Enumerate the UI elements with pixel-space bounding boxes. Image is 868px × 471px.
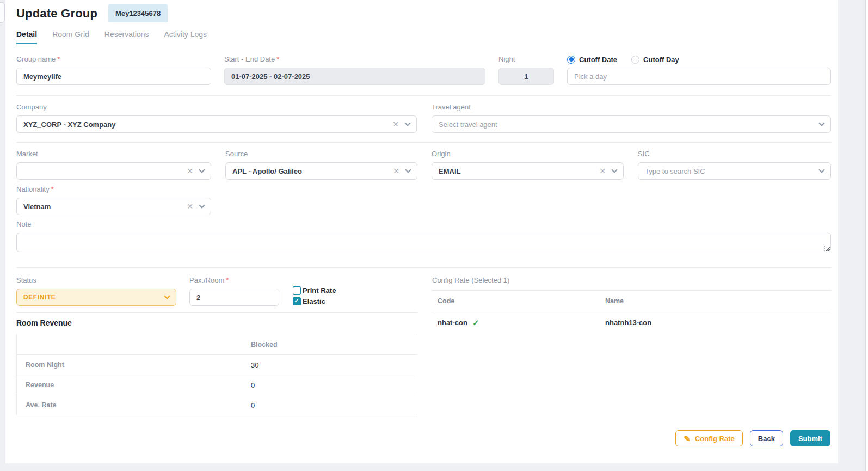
checkbox-unchecked-icon[interactable] (293, 286, 301, 295)
pax-room-label: Pax./Room* (189, 276, 279, 285)
clear-icon[interactable] (187, 167, 193, 175)
group-name-label: Group name* (16, 55, 211, 64)
sic-label: SIC (638, 150, 831, 158)
page-right-strip (866, 0, 868, 471)
tab-activity-logs[interactable]: Activity Logs (164, 30, 207, 44)
tab-bar: Detail Room Grid Reservations Activity L… (16, 30, 831, 44)
group-name-input[interactable] (16, 68, 211, 85)
pax-room-input[interactable] (189, 289, 279, 306)
sic-select[interactable]: Type to search SIC (638, 162, 831, 180)
chevron-down-icon[interactable] (818, 167, 824, 173)
cutoff-radio-group: Cutoff Date Cutoff Day (567, 55, 831, 64)
cutoff-field: Cutoff Date Cutoff Day (567, 55, 831, 85)
source-select[interactable]: APL - Apollo/ Galileo (225, 162, 417, 180)
origin-select[interactable]: EMAIL (432, 162, 624, 180)
cutoff-day-picker-input[interactable] (567, 68, 831, 85)
night-field: Night (498, 55, 554, 85)
config-rate-name-cell: nhatnh13-con (605, 319, 651, 327)
back-button[interactable]: Back (750, 430, 783, 446)
cutoff-day-option[interactable]: Cutoff Day (631, 56, 679, 64)
rate-checkbox-group: Print Rate Elastic (293, 286, 336, 306)
section-divider (16, 95, 831, 96)
row-value: 0 (251, 401, 255, 409)
market-field: Market (16, 150, 211, 180)
table-row: Room Night 30 (17, 354, 417, 375)
clear-icon[interactable] (393, 167, 399, 175)
source-field: Source APL - Apollo/ Galileo (225, 150, 417, 180)
nationality-field: Nationality* Vietnam (16, 185, 211, 215)
radio-unselected-icon[interactable] (631, 56, 639, 64)
company-label: Company (16, 103, 417, 112)
travel-agent-field: Travel agent Select travel agent (432, 103, 831, 133)
update-group-panel: Update Group Mey12345678 Detail Room Gri… (5, 0, 838, 463)
form-row-3: Market Source APL - Apollo/ Galileo Orig… (16, 150, 831, 180)
chevron-down-icon[interactable] (404, 120, 410, 126)
form-row-4: Nationality* Vietnam (16, 185, 831, 215)
pen-icon (684, 435, 691, 443)
group-code-badge: Mey12345678 (108, 4, 168, 22)
source-value: APL - Apollo/ Galileo (232, 167, 386, 175)
date-range-input (224, 68, 485, 85)
required-asterisk: * (57, 55, 60, 63)
code-column-header: Code (438, 297, 605, 305)
elastic-option[interactable]: Elastic (293, 297, 336, 305)
required-asterisk: * (276, 55, 279, 63)
company-field: Company XYZ_CORP - XYZ Company (16, 103, 417, 133)
row-label: Revenue (17, 381, 251, 389)
clear-icon[interactable] (599, 167, 606, 175)
config-rate-row[interactable]: nhat-con nhatnh13-con (432, 311, 831, 334)
chevron-down-icon[interactable] (405, 167, 411, 173)
footer-actions: Config Rate Back Submit (675, 430, 830, 446)
config-rate-title: Config Rate (Selected 1) (432, 276, 831, 285)
radio-selected-icon[interactable] (567, 56, 575, 64)
print-rate-option[interactable]: Print Rate (293, 286, 336, 295)
night-input (498, 68, 554, 85)
chevron-down-icon[interactable] (611, 167, 617, 173)
status-select[interactable]: DEFINITE (16, 289, 176, 306)
cutoff-date-option[interactable]: Cutoff Date (567, 56, 617, 64)
note-field: Note (16, 220, 831, 254)
elastic-label: Elastic (303, 297, 325, 305)
chevron-down-icon[interactable] (164, 293, 170, 299)
travel-agent-label: Travel agent (432, 103, 831, 112)
checkbox-checked-icon[interactable] (293, 297, 301, 305)
origin-field: Origin EMAIL (432, 150, 624, 180)
source-label: Source (225, 150, 417, 158)
company-select[interactable]: XYZ_CORP - XYZ Company (16, 115, 417, 133)
name-column-header: Name (605, 297, 624, 305)
tab-reservations[interactable]: Reservations (104, 30, 149, 44)
market-select[interactable] (16, 162, 211, 180)
night-label: Night (498, 55, 554, 64)
config-rate-button[interactable]: Config Rate (675, 430, 743, 446)
company-value: XYZ_CORP - XYZ Company (23, 120, 386, 129)
date-range-label: Start - End Date* (224, 55, 485, 64)
config-rate-code-cell: nhat-con (438, 319, 605, 327)
group-name-field: Group name* (16, 55, 211, 85)
table-row: Ave. Rate 0 (17, 395, 417, 415)
chevron-down-icon[interactable] (199, 202, 205, 208)
config-rate-section: Config Rate (Selected 1) Code Name nhat-… (432, 276, 831, 415)
note-label: Note (16, 220, 831, 229)
status-row: Status DEFINITE Pax./Room* (16, 276, 417, 306)
required-asterisk: * (51, 185, 54, 193)
chevron-down-icon[interactable] (199, 167, 205, 173)
nationality-value: Vietnam (23, 203, 180, 211)
clear-icon[interactable] (392, 120, 399, 128)
pax-room-field: Pax./Room* (189, 276, 279, 306)
tab-room-grid[interactable]: Room Grid (52, 30, 89, 44)
section-divider (16, 142, 831, 143)
status-label: Status (16, 276, 176, 285)
row-value: 30 (251, 361, 258, 369)
note-textarea[interactable] (16, 233, 831, 252)
nationality-label: Nationality* (16, 185, 211, 194)
chevron-down-icon[interactable] (818, 120, 824, 126)
section-divider (16, 312, 417, 313)
form-row-2: Company XYZ_CORP - XYZ Company Travel ag… (16, 103, 831, 133)
submit-button[interactable]: Submit (790, 430, 830, 446)
clear-icon[interactable] (187, 203, 193, 210)
travel-agent-select[interactable]: Select travel agent (432, 115, 831, 133)
nationality-select[interactable]: Vietnam (16, 198, 211, 215)
row-label: Room Night (17, 361, 251, 369)
tab-detail[interactable]: Detail (16, 30, 37, 44)
page-title: Update Group (16, 7, 97, 21)
